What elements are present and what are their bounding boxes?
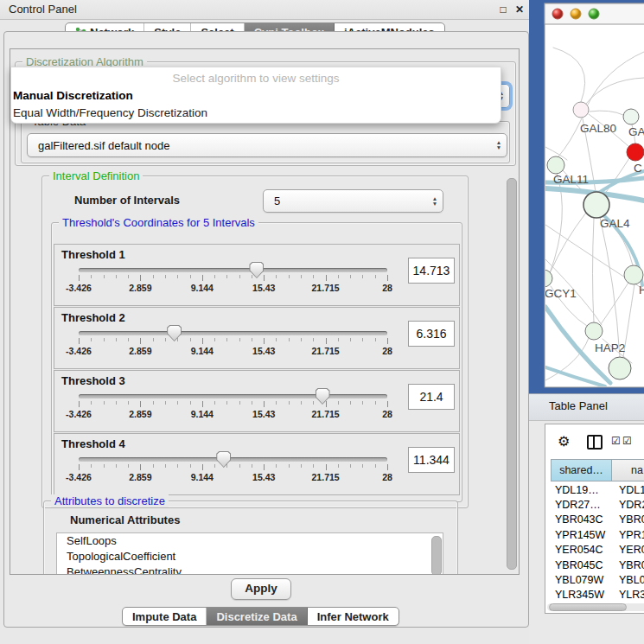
- popup-item[interactable]: Equal Width/Frequency Discretization: [13, 106, 499, 119]
- network-node[interactable]: [573, 102, 589, 118]
- tab-impute-data[interactable]: Impute Data: [123, 608, 207, 625]
- table-data-combo[interactable]: galFiltered.sif default node ▲▼: [27, 133, 507, 157]
- table-row[interactable]: YLR345WYLR3: [551, 588, 644, 603]
- columns-icon[interactable]: [587, 435, 603, 450]
- scale-label: 15.43: [243, 346, 284, 356]
- slider-tick: [338, 464, 339, 468]
- slider-thumb[interactable]: [316, 388, 330, 405]
- panel-scrollbar[interactable]: [507, 178, 517, 570]
- column-header-name[interactable]: na: [612, 459, 644, 481]
- table-hscrollbar[interactable]: [547, 603, 644, 611]
- slider-tick: [177, 401, 178, 405]
- slider-track[interactable]: [79, 268, 387, 272]
- slider-thumb[interactable]: [216, 451, 231, 468]
- mac-minimize-icon[interactable]: [571, 9, 581, 19]
- slider-tick: [128, 464, 129, 468]
- table-row[interactable]: YDR27…YDR2: [551, 497, 644, 512]
- popup-item[interactable]: Manual Discretization: [13, 89, 499, 102]
- screen: Control Panel □ ✕ NetworkStyleSelectCyni…: [0, 0, 644, 644]
- table-row[interactable]: YER054CYER0: [551, 543, 644, 558]
- slider-tick: [289, 275, 290, 278]
- slider-track[interactable]: [79, 331, 387, 335]
- table-row[interactable]: YDL19…YDL1: [551, 482, 644, 497]
- list-item[interactable]: TopologicalCoefficient: [57, 549, 443, 564]
- numerical-attributes-list[interactable]: SelfLoopsTopologicalCoefficientBetweenne…: [56, 532, 443, 575]
- network-node[interactable]: [623, 109, 639, 124]
- table-cell-name: YDL1: [612, 484, 644, 496]
- close-icon[interactable]: ✕: [513, 3, 526, 16]
- mac-close-icon[interactable]: [552, 9, 563, 19]
- tab-label: Discretize Data: [216, 610, 296, 623]
- slider-tick: [387, 401, 388, 407]
- mac-zoom-icon[interactable]: [589, 9, 599, 19]
- slider-tick: [214, 401, 215, 405]
- slider-tick: [362, 464, 363, 468]
- numerical-attributes-label: Numerical Attributes: [70, 513, 180, 526]
- list-item[interactable]: SelfLoops: [57, 533, 443, 549]
- popup-item[interactable]: Select algorithm to view settings: [13, 72, 499, 85]
- table-row[interactable]: YBL079WYBL0: [551, 572, 644, 587]
- slider-tick: [326, 401, 327, 407]
- table-row[interactable]: YPR145WYPR1: [551, 527, 644, 542]
- tab-infer-network[interactable]: Infer Network: [308, 608, 399, 625]
- checkbox-icon[interactable]: ☑: [611, 435, 621, 447]
- checkbox-icon[interactable]: ☑: [622, 435, 632, 447]
- table-panel-bar[interactable]: Table Panel: [529, 393, 644, 421]
- slider-tick: [165, 464, 166, 468]
- network-node[interactable]: [627, 143, 644, 161]
- slider-tick: [276, 401, 277, 405]
- table-panel-title: Table Panel: [549, 399, 608, 412]
- threshold-value-field[interactable]: 6.316: [408, 321, 455, 347]
- scale-label: 28: [367, 283, 408, 293]
- control-panel: Control Panel □ ✕ NetworkStyleSelectCyni…: [0, 0, 529, 644]
- list-item[interactable]: BetweennessCentrality: [57, 564, 443, 575]
- network-view[interactable]: GAL80GACGAL11GAL4GCY1HHAP2: [529, 0, 644, 393]
- slider-tick: [79, 275, 80, 281]
- number-of-intervals-spinner[interactable]: 5 ▲▼: [263, 189, 443, 213]
- slider-tick: [313, 338, 314, 341]
- threshold-box: Threshold 3-3.4262.8599.14415.4321.71528…: [54, 370, 460, 432]
- network-node[interactable]: [585, 322, 603, 340]
- slider-track[interactable]: [79, 457, 387, 462]
- network-node[interactable]: [547, 156, 564, 174]
- list-scrollbar[interactable]: [431, 536, 442, 575]
- table-row[interactable]: YBR043CYBR0: [551, 513, 644, 527]
- slider-tick: [239, 401, 240, 405]
- control-panel-titlebar[interactable]: Control Panel □ ✕: [0, 0, 529, 20]
- network-node[interactable]: [583, 192, 609, 218]
- apply-button[interactable]: Apply: [231, 578, 291, 600]
- slider-tick: [153, 275, 154, 278]
- slider-tick: [91, 275, 92, 278]
- scale-label: 9.144: [182, 472, 223, 482]
- threshold-value-field[interactable]: 21.4: [408, 384, 455, 410]
- table-cell-shared-name: YPR145W: [551, 529, 612, 541]
- slider-track[interactable]: [79, 394, 387, 399]
- table-row[interactable]: YBR045CYBR0: [551, 558, 644, 572]
- slider-tick: [190, 275, 191, 278]
- number-of-intervals-label: Number of Intervals: [74, 194, 180, 207]
- float-window-icon[interactable]: □: [496, 3, 510, 16]
- slider-tick: [252, 338, 252, 341]
- threshold-value-field[interactable]: 11.344: [408, 447, 455, 473]
- threshold-value-field[interactable]: 14.713: [408, 258, 455, 284]
- slider-thumb[interactable]: [167, 325, 182, 341]
- scale-label: 28: [367, 346, 408, 356]
- slider-tick: [128, 401, 129, 405]
- control-panel-title: Control Panel: [9, 3, 77, 16]
- table-cell-shared-name: YBR045C: [551, 559, 612, 571]
- scale-label: 2.859: [119, 409, 161, 419]
- table-cell-name: YDR2: [612, 499, 644, 511]
- right-region: GAL80GACGAL11GAL4GCY1HHAP2 Table Panel ⚙…: [529, 0, 644, 644]
- scale-label: -3.426: [58, 346, 99, 356]
- network-node[interactable]: [609, 357, 631, 379]
- gear-icon[interactable]: ⚙: [558, 433, 570, 450]
- slider-tick: [387, 275, 388, 281]
- network-node[interactable]: [624, 265, 643, 284]
- slider-tick: [264, 401, 265, 407]
- slider-tick: [326, 464, 327, 470]
- tab-discretize-data[interactable]: Discretize Data: [207, 608, 307, 625]
- scale-label: -3.426: [58, 283, 99, 293]
- slider-tick: [140, 401, 141, 407]
- hscrollbar-thumb[interactable]: [549, 603, 627, 611]
- column-header-shared-name[interactable]: shared…: [551, 459, 612, 481]
